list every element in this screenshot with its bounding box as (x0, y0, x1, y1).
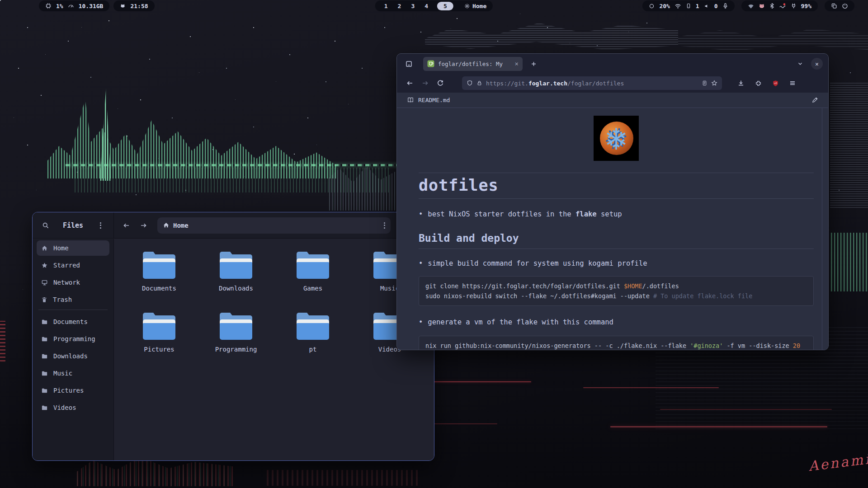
device-icon (686, 3, 691, 9)
path-menu-icon[interactable] (384, 222, 385, 229)
files-app-title: Files (52, 221, 94, 230)
sidebar-item-videos[interactable]: Videos (37, 400, 109, 415)
workspace-4[interactable]: 4 (422, 3, 431, 9)
folder-pictures[interactable]: Pictures (121, 311, 198, 372)
path-label: Home (173, 222, 380, 229)
folder-icon (297, 313, 329, 340)
bookmark-star-icon[interactable] (711, 80, 717, 86)
desktop: Aenami 1% 10.31GB 21:58 1 2 3 (0, 0, 868, 488)
folder-games[interactable]: Games (274, 250, 351, 311)
reload-icon[interactable] (434, 77, 447, 89)
app-tray-icon[interactable] (759, 3, 765, 9)
workspace-3[interactable]: 3 (408, 3, 417, 9)
microphone-icon (722, 3, 728, 9)
code-line: sudo nixos-rebuild switch --flake ~/.dot… (425, 291, 807, 301)
cat-icon (120, 3, 126, 9)
network-tray-icon[interactable] (748, 3, 754, 9)
search-icon[interactable] (39, 219, 52, 232)
power-icon[interactable] (842, 3, 848, 9)
edit-pencil-icon[interactable] (811, 97, 818, 103)
svg-text:uO: uO (774, 82, 777, 84)
volume-value: 0 (714, 3, 718, 9)
readme-bar: README.md (397, 93, 828, 108)
device-count: 1 (696, 3, 699, 9)
battery-value: 99% (801, 3, 811, 9)
sidebar-item-home[interactable]: Home (37, 240, 109, 256)
sidebar-item-music[interactable]: Music (37, 366, 109, 381)
brightness-icon (649, 3, 655, 9)
session-pill (825, 0, 854, 11)
hamburger-menu-icon[interactable] (786, 77, 799, 89)
clock: 21:58 (130, 3, 148, 9)
folder-documents[interactable]: Documents (121, 250, 198, 311)
workspace-5-active[interactable]: 5 (437, 2, 453, 10)
back-icon[interactable] (403, 77, 416, 89)
folder-icon (41, 336, 48, 343)
browser-navbar: https://git.foglar.tech/foglar/dotfiles … (397, 74, 828, 93)
star-icon (41, 262, 48, 269)
folder-programming[interactable]: Programming (198, 311, 274, 372)
gitea-favicon (427, 60, 434, 67)
volume-icon (704, 3, 710, 9)
forward-icon[interactable] (419, 77, 431, 89)
readme-title: dotfiles (419, 176, 814, 199)
workspace-2[interactable]: 2 (395, 3, 404, 9)
trash-icon (41, 296, 47, 303)
forward-icon[interactable] (137, 219, 150, 232)
path-bar[interactable]: Home (157, 217, 391, 234)
sidebar-item-programming[interactable]: Programming (37, 331, 109, 347)
url-bar[interactable]: https://git.foglar.tech/foglar/dotfiles (462, 76, 722, 90)
browser-window: foglar/dotfiles: My × ✕ ht (396, 53, 829, 350)
browser-content: README.md ❄ ❄ dotfiles • best NixOS (397, 93, 828, 350)
folder-icon (220, 252, 252, 279)
files-headerbar[interactable]: Files Home (33, 212, 434, 239)
list-tabs-chevron-icon[interactable] (794, 57, 807, 70)
reader-mode-icon[interactable] (702, 80, 708, 86)
folder-downloads[interactable]: Downloads (198, 250, 274, 311)
workspaces-pill: 1 2 3 4 5 Home (375, 0, 493, 11)
memory-gauge-icon (68, 3, 74, 9)
code-line: nix run github:nix-community/nixos-gener… (425, 341, 807, 350)
files-sidebar: Home Starred Network Trash Documents P (33, 239, 114, 460)
scrollbar[interactable] (822, 108, 828, 350)
recording-tray-icon[interactable] (779, 3, 786, 9)
sidebar-item-pictures[interactable]: Pictures (37, 383, 109, 398)
network-icon (41, 279, 48, 286)
tab-manager-icon[interactable] (402, 57, 415, 70)
clipboard-icon[interactable] (831, 3, 837, 9)
new-tab-icon[interactable] (527, 57, 540, 70)
code-line: git clone https://git.foglar.tech/foglar… (425, 281, 807, 291)
downloads-icon[interactable] (735, 77, 747, 89)
bluetooth-icon[interactable] (769, 3, 774, 9)
system-stats-pill: 1% 10.31GB (39, 0, 109, 11)
memory-usage: 10.31GB (79, 3, 104, 9)
readme-bullet-1: • best NixOS starter dotfiles in the fla… (419, 210, 814, 219)
folder-icon (143, 313, 175, 340)
lock-icon[interactable] (476, 80, 482, 86)
readme-section-heading: Build and deploy (419, 232, 814, 249)
code-block-build: git clone https://git.foglar.tech/foglar… (419, 276, 814, 306)
brightness-value: 20% (659, 3, 670, 9)
tracking-shield-icon[interactable] (467, 80, 473, 86)
nixos-logo-image: ❄ ❄ (594, 116, 639, 161)
window-close-icon[interactable]: ✕ (811, 58, 823, 70)
ublock-icon[interactable]: uO (769, 77, 782, 89)
extension-icon[interactable] (752, 77, 764, 89)
sidebar-item-documents[interactable]: Documents (37, 314, 109, 329)
top-bar: 1% 10.31GB 21:58 1 2 3 4 5 (0, 0, 868, 12)
sidebar-item-downloads[interactable]: Downloads (37, 348, 109, 364)
sidebar-item-starred[interactable]: Starred (37, 258, 109, 273)
browser-tab[interactable]: foglar/dotfiles: My × (423, 57, 523, 71)
home-icon (163, 222, 170, 229)
browser-tabbar[interactable]: foglar/dotfiles: My × ✕ (397, 54, 828, 74)
tab-close-icon[interactable]: × (515, 61, 519, 67)
back-icon[interactable] (119, 219, 133, 232)
workspace-1[interactable]: 1 (382, 3, 391, 9)
folder-icon (220, 313, 252, 340)
tab-title: foglar/dotfiles: My (438, 61, 511, 67)
folder-pt[interactable]: pt (274, 311, 351, 372)
home-icon (41, 245, 48, 252)
sidebar-menu-icon[interactable] (94, 219, 107, 232)
sidebar-item-network[interactable]: Network (37, 275, 109, 290)
sidebar-item-trash[interactable]: Trash (37, 292, 109, 307)
